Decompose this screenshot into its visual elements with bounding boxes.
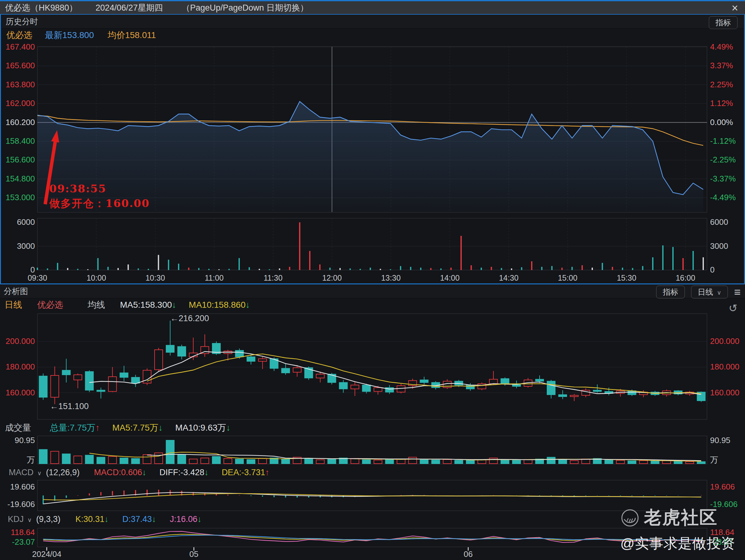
ma-title: 均线 <box>88 299 105 311</box>
down-arrow-icon: ↓ <box>204 468 209 477</box>
macd-info-row: MACD∨ (12,26,9) MACD:0.606↓ DIFF:-3.428↓… <box>0 466 269 479</box>
down-arrow-icon: ↓ <box>172 300 176 310</box>
volume-info-row: 成交量 总量:7.75万↑ MA5:7.75万↓ MA10:9.63万↓ <box>0 421 231 435</box>
period-label: 日线 <box>5 299 22 311</box>
d-value: D:37.43↓ <box>123 515 156 524</box>
volume-ma10: MA10:9.63万↓ <box>175 422 230 434</box>
low-annotation: ←151.100 <box>50 402 89 411</box>
volume-ma5: MA5:7.75万↓ <box>112 422 163 434</box>
volume-total: 总量:7.75万↑ <box>50 422 100 434</box>
watermark: 老虎社区 @实事求是做投资 <box>620 506 739 553</box>
macd-value: MACD:0.606↓ <box>94 468 147 477</box>
k-value: K:30.31↓ <box>75 515 109 524</box>
trade-annotation-text: 做多开仓：160.00 <box>49 196 150 211</box>
volume-label: 成交量 <box>5 422 31 434</box>
tiger-logo-icon <box>620 508 640 528</box>
dea-value: DEA:-3.731↑ <box>222 468 269 477</box>
ma10-value: MA10:158.860↓ <box>189 300 250 310</box>
ma5-value: MA5:158.300↓ <box>120 300 176 310</box>
kdj-selector[interactable]: KDJ∨ <box>8 515 32 524</box>
diff-value: DIFF:-3.428↓ <box>160 468 209 477</box>
chevron-down-icon: ∨ <box>37 470 42 476</box>
down-arrow-icon: ↓ <box>158 423 163 433</box>
macd-params: (12,26,9) <box>46 468 79 477</box>
watermark-handle: @实事求是做投资 <box>620 534 739 553</box>
kdj-info-row: KDJ∨ (9,3,3) K:30.31↓ D:37.43↓ J:16.06↓ <box>0 512 202 526</box>
up-arrow-icon: ↑ <box>265 468 270 477</box>
down-arrow-icon: ↓ <box>226 423 231 433</box>
reset-icon[interactable]: ↺ <box>729 302 738 314</box>
chevron-down-icon: ∨ <box>27 517 32 523</box>
app-window: 优必选（HK9880） 2024/06/27星期四 （PageUp/PageDo… <box>0 0 745 560</box>
down-arrow-icon: ↓ <box>197 515 202 524</box>
daily-ma-info-row: 日线 优必选 均线 MA5:158.300↓ MA10:158.860↓ <box>0 298 250 312</box>
watermark-brand: 老虎社区 <box>644 506 718 530</box>
high-annotation: ←216.200 <box>170 314 209 323</box>
kdj-params: (9,3,3) <box>36 515 61 524</box>
macd-selector[interactable]: MACD∨ <box>9 468 41 477</box>
j-value: J:16.06↓ <box>170 515 202 524</box>
stock-name: 优必选 <box>37 299 63 311</box>
down-arrow-icon: ↓ <box>142 468 147 477</box>
down-arrow-icon: ↓ <box>104 515 109 524</box>
up-arrow-icon: ↑ <box>95 423 100 433</box>
trade-annotation-time: 09:38:55 <box>49 182 106 195</box>
down-arrow-icon: ↓ <box>152 515 156 524</box>
down-arrow-icon: ↓ <box>246 300 250 310</box>
